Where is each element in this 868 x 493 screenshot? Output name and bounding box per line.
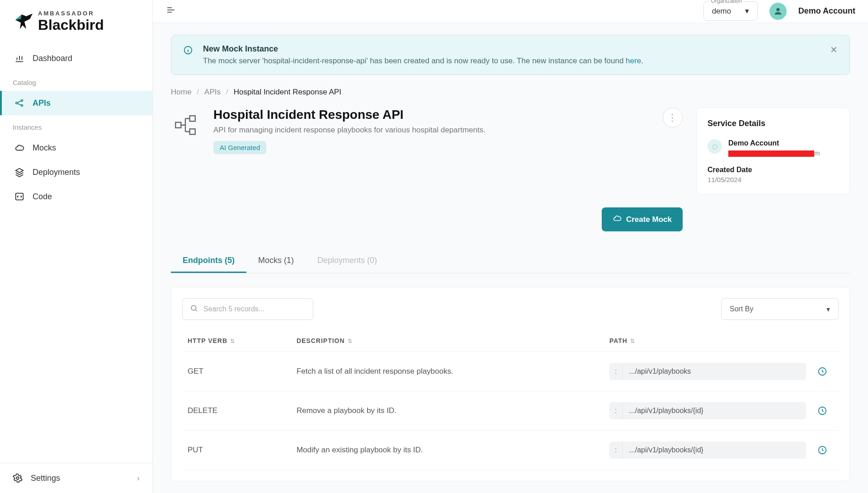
table-row[interactable]: GETFetch a list of all incident response…: [182, 352, 839, 391]
alert-new-mock: New Mock Instance The mock server 'hospi…: [171, 35, 850, 75]
bar-chart-icon: [14, 53, 24, 63]
sidebar-item-deployments[interactable]: Deployments: [0, 160, 152, 184]
owner-email: m: [728, 149, 820, 157]
breadcrumb: Home / APIs / Hospital Incident Response…: [171, 88, 850, 97]
bird-icon: [13, 11, 34, 33]
sidebar-item-dashboard[interactable]: Dashboard: [0, 46, 152, 70]
sort-icon: ⇅: [348, 338, 353, 344]
svg-point-0: [16, 102, 18, 104]
logo: AMBASSADOR Blackbird: [0, 0, 152, 46]
cell-description: Remove a playbook by its ID.: [291, 391, 604, 431]
user-name: Demo Account: [798, 6, 855, 16]
created-date-value: 11/05/2024: [708, 176, 839, 183]
row-action-icon[interactable]: [817, 366, 828, 377]
info-icon: [183, 45, 193, 55]
layers-icon: [14, 167, 24, 177]
path-prefix: :: [609, 363, 623, 380]
cell-verb: PUT: [182, 431, 291, 470]
org-floating-label: Organization: [708, 0, 745, 4]
row-action-icon[interactable]: [817, 445, 828, 455]
table-row[interactable]: DELETERemove a playbook by its ID.:.../a…: [182, 391, 839, 431]
more-menu-button[interactable]: ⋮: [663, 108, 683, 127]
chevron-down-icon: ▾: [745, 6, 749, 16]
path-value: .../api/v1/playbooks/{id}: [623, 402, 806, 419]
sidebar-item-mocks[interactable]: Mocks: [0, 136, 152, 160]
svg-point-1: [21, 100, 23, 102]
breadcrumb-current: Hospital Incident Response API: [234, 88, 341, 97]
search-input[interactable]: [203, 305, 306, 313]
svg-rect-8: [190, 116, 195, 121]
sort-icon: ⇅: [230, 338, 235, 344]
logo-name: Blackbird: [38, 17, 104, 33]
path-value: .../api/v1/playbooks/{id}: [623, 441, 806, 459]
sidebar-label-mocks: Mocks: [33, 143, 56, 153]
cloud-icon: [613, 214, 622, 225]
breadcrumb-home[interactable]: Home: [171, 88, 191, 97]
ai-generated-badge: AI Generated: [213, 141, 266, 154]
sort-label: Sort By: [730, 305, 753, 313]
cell-path: :.../api/v1/playbooks: [604, 352, 811, 391]
path-value: .../api/v1/playbooks: [623, 363, 806, 380]
share-icon: [14, 98, 24, 108]
sidebar-item-settings[interactable]: Settings ›: [0, 463, 152, 493]
path-prefix: :: [609, 402, 623, 419]
sidebar: AMBASSADOR Blackbird Dashboard Catalog A…: [0, 0, 153, 493]
cell-description: Fetch a list of all incident response pl…: [291, 352, 604, 391]
svg-rect-7: [175, 122, 181, 128]
avatar[interactable]: [769, 3, 787, 20]
sidebar-label-deployments: Deployments: [33, 168, 80, 177]
page-description: API for managing incident response playb…: [213, 126, 486, 135]
code-icon: [14, 192, 24, 202]
sidebar-item-apis[interactable]: APIs: [0, 91, 152, 115]
sidebar-heading-instances: Instances: [0, 115, 152, 136]
svg-point-2: [21, 105, 23, 107]
chevron-right-icon: ›: [137, 474, 140, 483]
cloud-icon: [14, 143, 24, 153]
svg-point-4: [16, 477, 19, 479]
create-mock-button[interactable]: Create Mock: [602, 207, 683, 231]
svg-rect-9: [190, 129, 195, 134]
hamburger-icon[interactable]: [165, 5, 176, 18]
owner-avatar-icon: ◌: [708, 139, 722, 154]
sitemap-icon: [171, 111, 200, 140]
svg-point-10: [191, 305, 196, 310]
tab-deployments[interactable]: Deployments (0): [306, 249, 389, 273]
col-http-verb[interactable]: HTTP VERB⇅: [182, 330, 291, 352]
cell-path: :.../api/v1/playbooks/{id}: [604, 431, 811, 470]
alert-text: The mock server 'hospital-incident-respo…: [203, 56, 820, 66]
sort-select[interactable]: Sort By ▾: [721, 298, 839, 320]
cell-verb: DELETE: [182, 391, 291, 431]
organization-select[interactable]: Organization demo ▾: [703, 1, 758, 21]
tab-endpoints[interactable]: Endpoints (5): [171, 249, 246, 273]
col-path[interactable]: PATH⇅: [604, 330, 811, 352]
sidebar-item-code[interactable]: Code: [0, 184, 152, 209]
table-row[interactable]: PUTModify an existing playbook by its ID…: [182, 431, 839, 470]
chevron-down-icon: ▾: [826, 305, 830, 314]
endpoints-panel: Sort By ▾ HTTP VERB⇅ DESCRIPTION⇅ PATH⇅ …: [171, 287, 850, 481]
col-description[interactable]: DESCRIPTION⇅: [291, 330, 604, 352]
path-prefix: :: [609, 441, 623, 459]
svg-point-5: [776, 8, 779, 11]
redacted-email: [728, 150, 814, 157]
sidebar-label-settings: Settings: [31, 474, 60, 483]
owner-name: Demo Account: [728, 139, 820, 147]
service-details-card: Service Details ◌ Demo Account m Created…: [696, 108, 850, 195]
sidebar-label-code: Code: [33, 192, 52, 202]
created-date-label: Created Date: [708, 166, 839, 174]
sort-icon: ⇅: [630, 338, 635, 344]
endpoints-table: HTTP VERB⇅ DESCRIPTION⇅ PATH⇅ GETFetch a…: [182, 330, 839, 470]
gear-icon: [13, 473, 23, 483]
row-action-icon[interactable]: [817, 405, 828, 416]
search-input-wrapper[interactable]: [182, 298, 313, 320]
logo-top: AMBASSADOR: [38, 10, 104, 17]
tab-mocks[interactable]: Mocks (1): [246, 249, 306, 273]
alert-here-link[interactable]: here: [626, 56, 641, 65]
breadcrumb-apis[interactable]: APIs: [204, 88, 221, 97]
alert-title: New Mock Instance: [203, 44, 820, 54]
topbar: Organization demo ▾ Demo Account: [153, 0, 868, 23]
cell-path: :.../api/v1/playbooks/{id}: [604, 391, 811, 431]
tabs: Endpoints (5) Mocks (1) Deployments (0): [171, 249, 850, 273]
close-icon[interactable]: ✕: [830, 44, 838, 55]
org-value: demo: [712, 7, 731, 16]
page-title: Hospital Incident Response API: [213, 108, 486, 122]
